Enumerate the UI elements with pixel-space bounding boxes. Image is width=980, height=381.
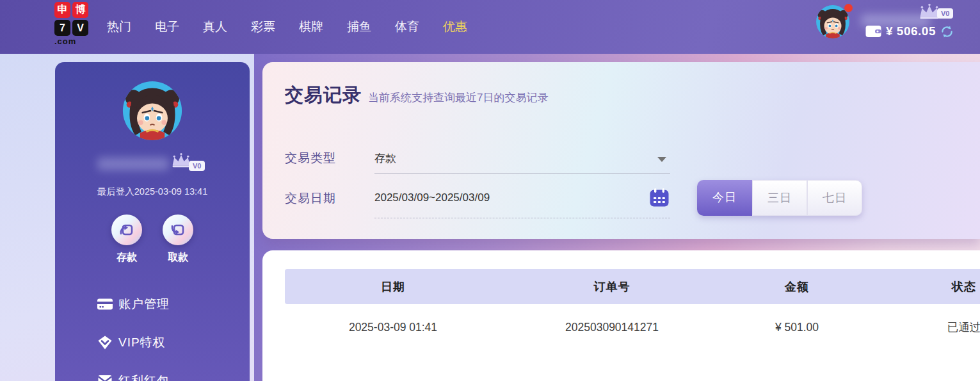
- withdraw-button[interactable]: 取款: [155, 215, 201, 264]
- wallet-icon: [865, 25, 881, 38]
- vip-level-badge: V0: [937, 8, 953, 19]
- username-redacted: [97, 158, 169, 170]
- transaction-type-label: 交易类型: [285, 150, 336, 166]
- withdraw-icon: [163, 215, 193, 245]
- nav-item-slots[interactable]: 电子: [155, 19, 179, 35]
- withdraw-label: 取款: [155, 251, 201, 264]
- logo-block: 7: [54, 20, 70, 36]
- sidebar-item-label: VIP特权: [118, 334, 166, 351]
- balance-amount: ¥ 506.05: [886, 24, 936, 38]
- range-button-three-days[interactable]: 三日: [752, 180, 807, 216]
- logo-block: 申: [54, 2, 70, 18]
- cell-amount: ¥ 501.00: [723, 321, 871, 334]
- profile-name-row: V0: [55, 156, 250, 172]
- page-subtitle: 当前系统支持查询最近7日的交易记录: [368, 90, 548, 105]
- top-navigation-bar: 申 博 7 V .com 热门 电子 真人 彩票 棋牌 捕鱼 体育 优惠 V0 …: [0, 0, 980, 54]
- nav-item-boardgames[interactable]: 棋牌: [299, 19, 323, 35]
- sidebar-item-vip-privileges[interactable]: VIP特权: [97, 334, 166, 351]
- sidebar-item-bonus-redpacket[interactable]: 红利红包: [97, 373, 170, 381]
- main-nav-menu: 热门 电子 真人 彩票 棋牌 捕鱼 体育 优惠: [107, 0, 467, 54]
- table-header-row: 日期 订单号 金额 状态: [285, 269, 980, 304]
- vip-level-badge: V0: [189, 161, 205, 171]
- last-login-text: 最后登入2025-03-09 13:41: [55, 186, 250, 198]
- logo-block: 博: [72, 2, 88, 18]
- table-header-date: 日期: [285, 279, 501, 295]
- sidebar-item-label: 红利红包: [118, 373, 170, 381]
- chevron-down-icon[interactable]: [657, 157, 666, 162]
- refresh-balance-icon[interactable]: [940, 25, 954, 38]
- range-button-today[interactable]: 今日: [697, 180, 752, 216]
- nav-item-live[interactable]: 真人: [203, 19, 227, 35]
- nav-item-fishing[interactable]: 捕鱼: [347, 19, 371, 35]
- transaction-date-label: 交易日期: [285, 190, 336, 207]
- table-header-order-number: 订单号: [501, 279, 723, 295]
- deposit-icon: [111, 215, 142, 245]
- range-button-seven-days[interactable]: 七日: [807, 180, 862, 216]
- transaction-filter-card: 交易记录 当前系统支持查询最近7日的交易记录 交易类型 存款 交易日期 2025…: [262, 62, 980, 239]
- page-title: 交易记录: [285, 83, 362, 108]
- deposit-label: 存款: [104, 251, 150, 264]
- calendar-icon[interactable]: [650, 188, 669, 207]
- profile-avatar[interactable]: [122, 80, 183, 142]
- logo-block: V: [72, 20, 88, 36]
- logo-suffix: .com: [54, 38, 90, 45]
- nav-item-promotions[interactable]: 优惠: [443, 19, 467, 35]
- profile-sidebar: V0 最后登入2025-03-09 13:41 存款 取款 账户管理 VIP特权…: [55, 62, 250, 381]
- sidebar-item-label: 账户管理: [118, 296, 170, 312]
- cell-date: 2025-03-09 01:41: [285, 321, 501, 334]
- notification-dot: [844, 4, 853, 12]
- nav-item-sports[interactable]: 体育: [395, 19, 419, 35]
- red-packet-icon: [97, 373, 113, 381]
- deposit-button[interactable]: 存款: [104, 215, 150, 264]
- nav-item-lottery[interactable]: 彩票: [251, 19, 275, 35]
- table-header-status: 状态: [871, 279, 980, 295]
- transaction-type-select[interactable]: [374, 154, 670, 174]
- date-range-button-group: 今日 三日 七日: [697, 180, 862, 216]
- table-row: 2025-03-09 01:41 202503090141271 ¥ 501.0…: [285, 304, 980, 350]
- transaction-date-field[interactable]: [374, 195, 670, 218]
- site-logo[interactable]: 申 博 7 V .com: [54, 2, 90, 45]
- sidebar-item-account-management[interactable]: 账户管理: [97, 296, 170, 312]
- gem-icon: [97, 335, 113, 350]
- card-icon: [97, 296, 113, 312]
- table-header-amount: 金额: [723, 279, 871, 295]
- wallet-balance: ¥ 506.05: [865, 24, 954, 38]
- title-row: 交易记录 当前系统支持查询最近7日的交易记录: [285, 83, 548, 108]
- transaction-table-card: 日期 订单号 金额 状态 2025-03-09 01:41 2025030901…: [262, 250, 980, 381]
- cell-order-number: 202503090141271: [501, 321, 723, 334]
- nav-item-hot[interactable]: 热门: [107, 19, 131, 35]
- cell-status: 已通过: [871, 320, 980, 335]
